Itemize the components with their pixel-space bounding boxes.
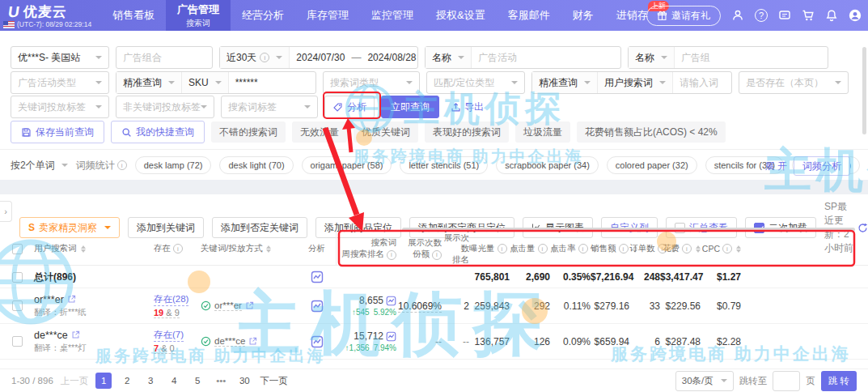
cart-icon[interactable] bbox=[802, 9, 815, 22]
row-checkbox[interactable] bbox=[12, 300, 23, 311]
store-select[interactable]: 优***S- 美国站 bbox=[11, 46, 109, 69]
app-window: U 优麦云 (UTC-7): 08/29 02:29:14 销售看板 广告管理 … bbox=[0, 0, 868, 392]
col-exposure[interactable]: 曝光量i bbox=[469, 243, 516, 254]
exists-link[interactable]: 存在(7) bbox=[154, 329, 184, 342]
user-avatar[interactable] bbox=[849, 9, 862, 22]
date-start[interactable]: 2024/07/30 bbox=[290, 47, 351, 68]
sort-icon[interactable] bbox=[81, 245, 86, 253]
nav-ad-management[interactable]: 广告管理 搜索词 bbox=[166, 0, 231, 31]
select-all-checkbox[interactable] bbox=[12, 244, 23, 254]
export-button[interactable]: 导出 bbox=[451, 100, 484, 114]
col-spend[interactable]: 花费i bbox=[663, 243, 701, 254]
quick-chip-junk-traffic[interactable]: 垃圾流量 bbox=[515, 121, 570, 143]
external-link-icon[interactable] bbox=[248, 337, 257, 346]
exists-link[interactable]: 存在(28) bbox=[154, 293, 188, 306]
nav-monitoring[interactable]: 监控管理 bbox=[360, 0, 425, 31]
col-clicks[interactable]: 点击量i bbox=[510, 243, 557, 254]
trend-chart-icon[interactable] bbox=[311, 335, 324, 348]
quick-chip-acos[interactable]: 花费销售额占比(ACOS) < 42% bbox=[577, 121, 726, 143]
page-5[interactable]: 5 bbox=[189, 373, 205, 389]
trend-chart-icon[interactable] bbox=[311, 300, 324, 313]
account-icon[interactable] bbox=[731, 9, 744, 22]
page-ellipsis[interactable]: ••• bbox=[213, 373, 229, 389]
external-link-icon[interactable] bbox=[67, 295, 76, 304]
date-end[interactable]: 2024/08/28 bbox=[361, 47, 422, 68]
campaign-input[interactable]: 广告活动 bbox=[472, 47, 620, 68]
analyze-button[interactable]: 分析 bbox=[324, 96, 375, 118]
freq-chip[interactable]: colored paper (32) bbox=[607, 156, 697, 174]
portfolio-input[interactable]: 广告组合 bbox=[116, 46, 213, 69]
freq-chip[interactable]: scrapbook paper (34) bbox=[496, 156, 599, 174]
campaign-type-select[interactable]: 广告活动类型 bbox=[11, 71, 109, 94]
search-term-tag-select[interactable]: 搜索词标签 bbox=[221, 96, 318, 118]
nav-customer-email[interactable]: 客服邮件 bbox=[497, 0, 561, 31]
vertical-scrollbar[interactable] bbox=[862, 47, 866, 134]
quick-chip-good-performance[interactable]: 表现好的搜索词 bbox=[425, 121, 509, 143]
quick-chip-invalid-traffic[interactable]: 无效流量 bbox=[292, 121, 347, 143]
invite-reward-button[interactable]: 邀请有礼 bbox=[646, 6, 721, 26]
quick-chip-good-terms[interactable]: 不错的搜索词 bbox=[211, 121, 286, 143]
nav-business-analysis[interactable]: 经营分析 bbox=[231, 0, 295, 31]
term-word-input[interactable]: 请输入词 bbox=[673, 72, 731, 93]
freq-chip[interactable]: desk light (70) bbox=[219, 156, 293, 174]
match-type-select[interactable]: 匹配/定位类型 bbox=[426, 71, 525, 94]
notification-bell-icon[interactable] bbox=[825, 9, 838, 22]
external-link-icon[interactable] bbox=[71, 330, 80, 339]
row-checkbox[interactable] bbox=[12, 336, 23, 347]
keyword-tag-select[interactable]: 关键词投放标签 bbox=[11, 96, 109, 118]
adgroup-input[interactable]: 广告组 bbox=[675, 47, 828, 68]
trend-chart-icon[interactable] bbox=[311, 271, 324, 283]
term-query-mode-select[interactable]: 精准查询 bbox=[532, 72, 598, 93]
col-user-search-term[interactable]: 用户搜索词 bbox=[34, 243, 86, 254]
page-3[interactable]: 3 bbox=[142, 373, 159, 389]
page-1[interactable]: 1 bbox=[95, 373, 112, 389]
sort-icon[interactable] bbox=[736, 245, 741, 253]
adgroup-name-mode-select[interactable]: 名称 bbox=[629, 47, 675, 68]
exists-on-page-select[interactable]: 是否存在（本页） bbox=[739, 71, 849, 94]
rank-chart-icon[interactable] bbox=[386, 296, 396, 306]
freq-chip[interactable]: origami paper (58) bbox=[302, 156, 392, 174]
external-link-icon[interactable] bbox=[245, 301, 254, 310]
expand-button[interactable]: 展 开 bbox=[765, 160, 787, 173]
brand-logo[interactable]: U 优麦云 bbox=[8, 2, 67, 21]
quick-chip-quality-keywords[interactable]: 优质关键词 bbox=[354, 121, 418, 143]
prev-page-button[interactable]: 上一页 bbox=[61, 375, 89, 387]
word-count-mode-select[interactable]: 按2个单词 bbox=[11, 159, 68, 173]
my-quick-query-button[interactable]: 我的快捷查询 bbox=[111, 121, 205, 143]
query-now-button[interactable]: 立即查询 bbox=[381, 96, 439, 118]
page-size-select[interactable]: 30条/页 bbox=[675, 371, 734, 391]
jump-page-input[interactable] bbox=[773, 371, 800, 391]
nav-auth-settings[interactable]: 授权&设置 bbox=[425, 0, 497, 31]
feedback-icon[interactable] bbox=[778, 9, 791, 22]
nav-finance[interactable]: 财务 bbox=[561, 0, 605, 31]
nav-sales-board[interactable]: 销售看板 bbox=[101, 0, 166, 31]
jump-button[interactable]: 跳 转 bbox=[821, 371, 857, 391]
freq-chip[interactable]: desk lamp (72) bbox=[135, 156, 212, 174]
col-cpc[interactable]: CPCi bbox=[702, 244, 741, 254]
date-preset-select[interactable]: 近30天 i bbox=[220, 47, 290, 68]
col-ctr[interactable]: 点击率i bbox=[550, 243, 597, 254]
sort-icon[interactable] bbox=[266, 245, 271, 253]
page-4[interactable]: 4 bbox=[166, 373, 182, 389]
save-current-query-button[interactable]: 保存当前查询 bbox=[11, 121, 104, 143]
sku-field-select[interactable]: SKU bbox=[182, 72, 229, 93]
next-page-button[interactable]: 下一页 bbox=[260, 375, 288, 387]
sku-value-input[interactable]: ****** bbox=[229, 72, 315, 93]
campaign-name-mode-select[interactable]: 名称 bbox=[426, 47, 472, 68]
sku-query-mode-select[interactable]: 精准查询 bbox=[116, 72, 182, 93]
row-checkbox[interactable] bbox=[12, 272, 23, 283]
freq-chip[interactable]: letter stencils (51) bbox=[400, 156, 488, 174]
help-icon[interactable]: ? bbox=[755, 9, 768, 22]
date-range-picker[interactable]: 近30天 i 2024/07/30 — 2024/08/28 bbox=[219, 46, 418, 69]
word-freq-analyze-button[interactable]: 词频分析 bbox=[794, 156, 850, 176]
page-2[interactable]: 2 bbox=[119, 373, 135, 389]
nav-inventory[interactable]: 库存管理 bbox=[295, 0, 360, 31]
non-keyword-tag-select[interactable]: 非关键词投放标签 bbox=[116, 96, 214, 118]
search-term-type-select[interactable]: 搜索词类型 bbox=[323, 71, 420, 94]
page-30[interactable]: 30 bbox=[236, 373, 252, 389]
term-field-select[interactable]: 用户搜索词 bbox=[598, 72, 673, 93]
subnav-search-term[interactable]: 搜索词 bbox=[186, 18, 210, 29]
rank-chart-icon[interactable] bbox=[386, 331, 396, 342]
sidebar-collapse-handle[interactable]: › bbox=[0, 201, 12, 222]
col-keyword-targeting[interactable]: 关键词/投放方式 bbox=[201, 243, 271, 254]
